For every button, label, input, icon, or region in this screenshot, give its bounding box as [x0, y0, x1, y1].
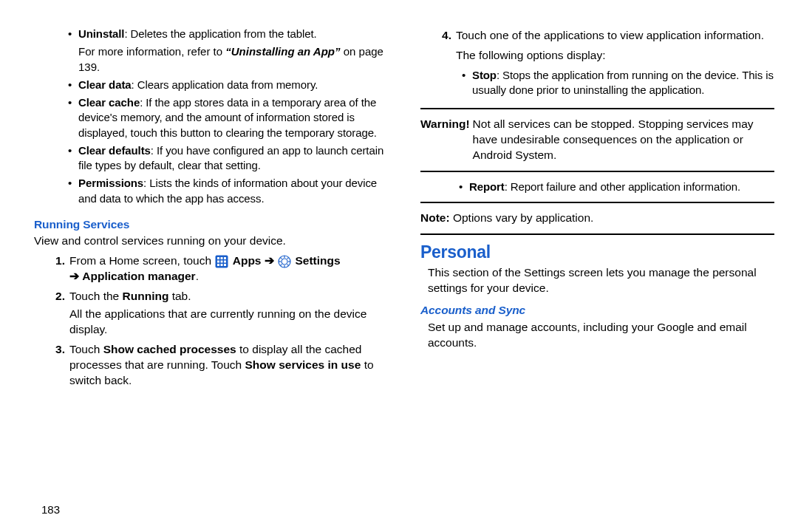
bullet-stop: Stop: Stops the application from running… — [456, 68, 774, 98]
uninstall-moreinfo: For more information, refer to “Uninstal… — [62, 44, 388, 75]
svg-rect-9 — [224, 264, 226, 266]
step-number: 3. — [52, 342, 65, 389]
cached-label: Show cached processes — [103, 343, 236, 355]
warning-block: Warning! Not all services can be stopped… — [420, 117, 774, 163]
heading-running-services: Running Services — [34, 218, 388, 231]
text-c: tab. — [168, 290, 191, 302]
step-number: 4. — [438, 28, 451, 100]
page-number: 183 — [41, 503, 60, 516]
note-label: Note: — [420, 211, 450, 224]
text: : Stops the application from running on … — [472, 69, 774, 96]
divider — [420, 233, 774, 235]
svg-point-19 — [282, 259, 287, 265]
settings-label: Settings — [295, 254, 340, 267]
label: Clear cache — [78, 96, 140, 109]
text-a: Touch one of the applications to view ap… — [456, 29, 764, 41]
running-label: Running — [123, 290, 169, 302]
step-text: Touch one of the applications to view ap… — [456, 28, 774, 100]
label: Clear defaults — [78, 144, 151, 157]
page: Uninstall: Deletes the application from … — [0, 0, 798, 497]
svg-line-17 — [280, 264, 282, 265]
svg-rect-6 — [224, 260, 226, 262]
svg-rect-3 — [224, 257, 226, 259]
heading-accounts-sync: Accounts and Sync — [420, 304, 774, 317]
step-number: 2. — [52, 289, 65, 338]
step-2: 2. Touch the Running tab. All the applic… — [52, 289, 388, 338]
bullet-cleardata: Clear data: Clears application data from… — [62, 78, 388, 92]
bullet-permissions: Permissions: Lists the kinds of informat… — [62, 176, 388, 206]
divider — [420, 108, 774, 109]
warning-text: Not all services can be stopped. Stoppin… — [473, 117, 774, 163]
step-text: Touch Show cached processes to display a… — [69, 342, 388, 389]
apps-label: Apps — [233, 254, 262, 267]
svg-rect-7 — [217, 264, 219, 266]
settings-icon — [278, 255, 291, 268]
bullet-uninstall: Uninstall: Deletes the application from … — [62, 27, 388, 41]
text: : Clears application data from memory. — [132, 78, 318, 91]
svg-line-16 — [287, 264, 289, 265]
label: Clear data — [78, 78, 132, 91]
text: : Deletes the application from the table… — [124, 27, 316, 40]
text-a: From a Home screen, touch — [69, 254, 214, 267]
text: : Report failure and other application i… — [505, 180, 740, 193]
text-a: Touch — [69, 343, 103, 355]
note-text: Options vary by application. — [450, 211, 594, 224]
svg-line-15 — [280, 257, 282, 259]
svg-rect-8 — [221, 264, 223, 266]
reference: “Uninstalling an App” — [225, 45, 340, 58]
app-options-list: Uninstall: Deletes the application from … — [62, 27, 388, 206]
text-a: For more information, refer to — [78, 45, 225, 58]
running-services-intro: View and control services running on you… — [34, 233, 388, 249]
appmgr-label: Application manager — [82, 270, 195, 282]
label: Stop — [472, 69, 497, 81]
svg-line-18 — [287, 257, 289, 259]
warning-label: Warning! — [420, 117, 470, 163]
apps-icon — [215, 255, 228, 268]
step-number: 1. — [52, 253, 65, 284]
label: Report — [469, 180, 505, 193]
divider — [420, 171, 774, 172]
inuse-label: Show services in use — [245, 358, 361, 371]
step-text: From a Home screen, touch Apps ➔ Setting… — [69, 253, 388, 284]
note-block: Note: Options vary by application. — [420, 211, 774, 226]
accounts-text: Set up and manage accounts, including yo… — [428, 320, 774, 351]
heading-personal: Personal — [420, 242, 774, 262]
left-column: Uninstall: Deletes the application from … — [34, 24, 388, 497]
period: . — [196, 270, 199, 282]
svg-rect-4 — [217, 260, 219, 262]
label: Uninstall — [78, 27, 124, 40]
bullet-clearcache: Clear cache: If the app stores data in a… — [62, 95, 388, 140]
bullet-cleardefaults: Clear defaults: If you have configured a… — [62, 143, 388, 174]
right-column: 4. Touch one of the applications to view… — [420, 24, 774, 497]
label: Permissions — [78, 177, 143, 189]
divider — [420, 202, 774, 203]
personal-intro: This section of the Settings screen lets… — [428, 265, 774, 296]
step-sub: All the applications that are currently … — [69, 307, 388, 338]
bullet-report: Report: Report failure and other applica… — [453, 180, 774, 194]
step-4: 4. Touch one of the applications to view… — [438, 28, 774, 100]
arrow: ➔ — [265, 254, 277, 267]
step-3: 3. Touch Show cached processes to displa… — [52, 342, 388, 389]
arrow: ➔ — [69, 270, 82, 282]
svg-rect-1 — [217, 257, 219, 259]
step-1: 1. From a Home screen, touch Apps ➔ Sett… — [52, 253, 388, 284]
svg-rect-5 — [221, 260, 223, 262]
step-text: Touch the Running tab. All the applicati… — [69, 289, 388, 338]
step-sub: The following options display: — [456, 48, 774, 64]
text-a: Touch the — [69, 290, 123, 302]
svg-rect-2 — [221, 257, 223, 259]
